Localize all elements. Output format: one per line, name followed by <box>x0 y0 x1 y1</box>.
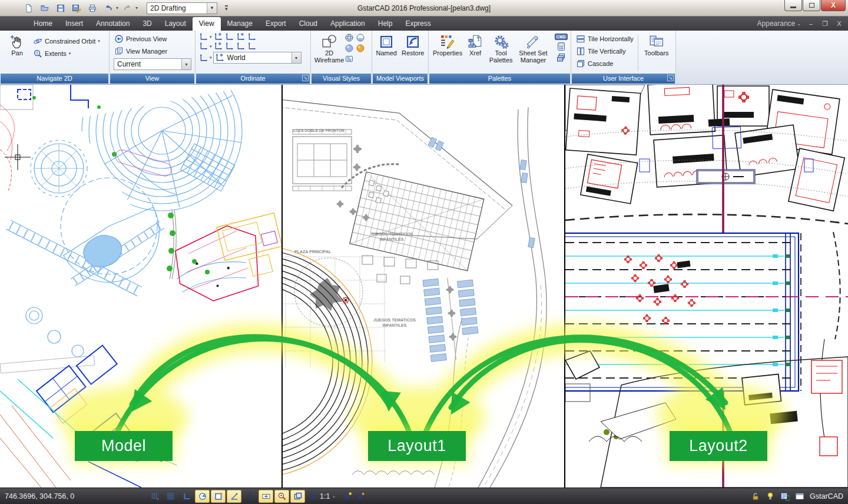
save-icon[interactable] <box>54 2 67 15</box>
grid-toggle[interactable] <box>163 490 178 503</box>
toolbars-button[interactable]: Toolbars <box>641 32 673 57</box>
tab-export[interactable]: Export <box>259 17 293 31</box>
ucs-x-icon[interactable] <box>198 42 208 51</box>
tool-palettes-button[interactable]: Tool Palettes <box>487 32 515 64</box>
tile-vertically-button[interactable]: Tile Vertically <box>574 45 635 57</box>
clean-screen-icon[interactable] <box>795 492 804 501</box>
tab-layout[interactable]: Layout <box>158 17 193 31</box>
redo-icon[interactable] <box>121 2 134 15</box>
restore-button[interactable] <box>803 0 820 11</box>
named-viewports-button[interactable]: Named <box>375 32 398 57</box>
ucs-select-dropdown-icon[interactable]: ▼ <box>292 52 301 63</box>
lineweight-toggle[interactable] <box>274 490 289 503</box>
ucs-object-icon[interactable] <box>247 32 257 41</box>
ucs-view-icon[interactable] <box>236 32 246 41</box>
viewports-toggle[interactable] <box>290 490 305 503</box>
realistic-style-icon[interactable] <box>356 44 365 53</box>
tab-application[interactable]: Application <box>324 17 372 31</box>
layout1-drawing[interactable]: LOZA DOBLE DE FRONTON JUEGOS TEMATICOS I… <box>283 85 564 488</box>
close-button[interactable]: X <box>821 0 846 11</box>
unlock-icon[interactable] <box>751 492 760 501</box>
chevron-down-icon[interactable]: ▾ <box>210 55 212 60</box>
pan-button[interactable]: Pan <box>3 32 31 57</box>
ortho-toggle[interactable] <box>179 490 194 503</box>
restore-viewports-button[interactable]: Restore <box>400 32 426 57</box>
workspace-select[interactable]: 2D Drafting ▼ <box>147 2 217 14</box>
visual-style-manager-icon[interactable] <box>344 54 354 64</box>
snap-toggle[interactable] <box>147 490 162 503</box>
ucs-origin-icon[interactable] <box>224 32 234 41</box>
tab-manage[interactable]: Manage <box>221 17 259 31</box>
chevron-down-icon[interactable]: ▾ <box>210 35 212 39</box>
conceptual-style-icon[interactable] <box>344 44 354 53</box>
ucs-world-icon[interactable] <box>224 42 234 51</box>
appearance-button[interactable]: Appearance⌄ <box>757 19 801 28</box>
ucs-z-icon[interactable] <box>236 42 246 51</box>
2d-wireframe-button[interactable]: 2D Wireframe <box>314 32 344 64</box>
view-select-dropdown-icon[interactable]: ▼ <box>181 59 191 69</box>
ucs-named-icon[interactable] <box>213 32 223 41</box>
tile-vertical-icon <box>576 47 585 56</box>
command-line-button[interactable]: CMD <box>555 34 568 40</box>
lightbulb-icon[interactable] <box>766 492 775 501</box>
calculator-icon[interactable] <box>556 42 566 51</box>
previous-view-button[interactable]: Previous View <box>112 32 192 45</box>
qat-customize-icon[interactable]: ▾ <box>225 5 228 11</box>
ucs-face-icon[interactable] <box>198 54 208 62</box>
dialog-launcher-icon[interactable]: ↘ <box>667 75 674 81</box>
annotation-scale-control[interactable]: 1:1 ⌄ <box>309 492 336 501</box>
workspace-dropdown-icon[interactable]: ▼ <box>207 3 217 14</box>
layout2-drawing[interactable] <box>565 85 848 488</box>
polar-toggle[interactable] <box>195 490 210 503</box>
road-cars <box>428 137 535 248</box>
ucs-previous-icon[interactable] <box>213 42 223 51</box>
ucs-icon[interactable] <box>198 32 208 41</box>
model-drawing[interactable] <box>0 85 281 488</box>
tab-3d[interactable]: 3D <box>136 17 158 31</box>
properties-button[interactable]: Properties <box>432 32 463 57</box>
ucs-select[interactable]: World ▼ <box>213 52 302 64</box>
sheet-set-manager-button[interactable]: Sheet Set Manager <box>516 32 550 64</box>
new-icon[interactable] <box>22 2 35 15</box>
save-as-icon[interactable] <box>70 2 83 15</box>
viewport-layout1[interactable]: LOZA DOBLE DE FRONTON JUEGOS TEMATICOS I… <box>283 85 564 488</box>
tab-cloud[interactable]: Cloud <box>293 17 324 31</box>
doc-minimize-icon[interactable]: – <box>807 20 815 27</box>
dialog-launcher-icon[interactable]: ↘ <box>302 75 309 81</box>
view-select[interactable]: Current ▼ <box>114 58 191 70</box>
osnap-toggle[interactable] <box>211 490 226 503</box>
cascade-button[interactable]: Cascade <box>574 57 635 69</box>
minimize-button[interactable] <box>784 0 802 11</box>
hidden-style-icon[interactable] <box>356 33 365 42</box>
doc-restore-icon[interactable]: ❐ <box>821 20 829 28</box>
otrack-toggle[interactable] <box>227 490 241 503</box>
tile-horizontally-button[interactable]: Tile Horizontally <box>574 32 635 45</box>
wireframe-style-icon[interactable] <box>344 33 354 42</box>
autosave-icon[interactable] <box>780 492 790 501</box>
annotation-autoscale-toggle[interactable] <box>356 492 365 501</box>
dynamic-ucs-toggle[interactable] <box>243 490 257 503</box>
open-icon[interactable] <box>38 2 51 15</box>
layers-stack-icon[interactable] <box>556 53 566 62</box>
extents-button[interactable]: Extents▾ <box>31 47 102 59</box>
chevron-down-icon[interactable]: ▾ <box>210 44 212 49</box>
undo-dropdown-icon[interactable]: ▾ <box>116 5 118 11</box>
tab-help[interactable]: Help <box>372 17 399 31</box>
tab-view[interactable]: View <box>193 17 221 31</box>
doc-close-icon[interactable]: X <box>835 20 843 27</box>
view-manager-button[interactable]: View Manager <box>112 45 192 57</box>
tab-express[interactable]: Express <box>399 17 437 31</box>
tab-annotation[interactable]: Annotation <box>90 17 136 31</box>
annotation-visibility-toggle[interactable] <box>343 492 352 501</box>
viewport-model[interactable] <box>0 85 281 488</box>
tab-insert[interactable]: Insert <box>59 17 90 31</box>
viewport-layout2[interactable] <box>565 85 848 488</box>
ucs-3point-icon[interactable] <box>247 42 257 51</box>
dynamic-input-toggle[interactable] <box>259 490 273 503</box>
constrained-orbit-button[interactable]: Constrained Orbit▾ <box>31 35 102 47</box>
tab-home[interactable]: Home <box>27 17 59 31</box>
print-icon[interactable] <box>86 2 99 15</box>
xref-button[interactable]: Xref <box>465 32 486 57</box>
undo-icon[interactable] <box>102 2 115 15</box>
redo-dropdown-icon[interactable]: ▾ <box>135 5 138 11</box>
